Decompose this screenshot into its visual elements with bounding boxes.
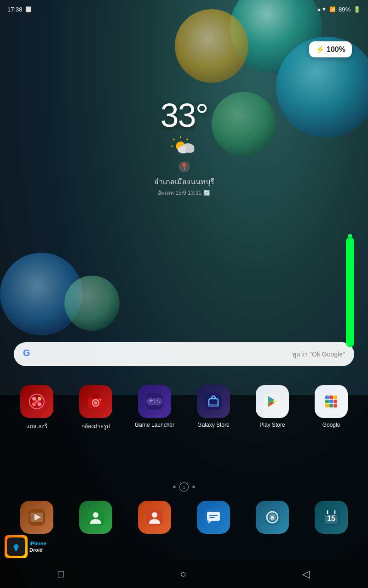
nav-bar: □ ○ ◁ — [0, 560, 368, 588]
svg-rect-37 — [329, 396, 333, 399]
app-galaxy-store[interactable]: Galaxy Store — [188, 385, 239, 428]
svg-point-9 — [185, 147, 194, 153]
time-display: 17:38 — [7, 6, 23, 13]
video-icon — [20, 501, 53, 534]
svg-rect-53 — [209, 515, 218, 516]
search-bar[interactable]: G พูดว่า "Ok Google" — [14, 342, 354, 366]
svg-text:15: 15 — [327, 514, 335, 522]
wifi-icon: 📶 — [329, 6, 336, 12]
svg-rect-24 — [150, 399, 151, 402]
google-logo: G — [23, 348, 36, 361]
app-calendar[interactable]: 15 — [306, 501, 356, 537]
google-app-label: Google — [322, 422, 340, 428]
svg-point-12 — [38, 397, 41, 401]
weather-location: อำเภอเมืองนนทบุรี — [154, 176, 214, 187]
svg-rect-38 — [334, 396, 337, 399]
app-google[interactable]: Google — [306, 385, 356, 428]
nav-home-button[interactable]: ○ — [166, 564, 200, 585]
app-people[interactable] — [129, 501, 180, 537]
location-icon: 📍 — [178, 161, 190, 172]
bubble-decoration — [64, 276, 120, 331]
page-dot-1 — [173, 486, 176, 488]
svg-text:a: a — [270, 514, 274, 521]
nav-recent-button[interactable]: □ — [44, 564, 78, 585]
messages-icon — [197, 501, 230, 534]
signal-icon: ▲▼ — [316, 6, 327, 12]
svg-point-18 — [94, 401, 98, 405]
svg-rect-43 — [329, 404, 333, 407]
svg-rect-54 — [209, 517, 215, 518]
svg-rect-36 — [325, 396, 329, 399]
svg-rect-44 — [334, 404, 337, 407]
play-store-label: Play Store — [259, 422, 285, 428]
svg-rect-39 — [325, 400, 329, 403]
game-launcher-icon — [138, 385, 171, 418]
gallery-icon — [20, 385, 53, 418]
people-icon — [138, 501, 171, 534]
battery-icon: 🔋 — [353, 6, 361, 13]
svg-point-14 — [38, 402, 41, 406]
play-store-icon — [256, 385, 289, 418]
app-contacts[interactable] — [70, 501, 121, 537]
search-hint-text: พูดว่า "Ok Google" — [41, 349, 345, 359]
status-right: ▲▼ 📶 89% 🔋 — [316, 6, 361, 13]
screenshot-icon: ⬜ — [25, 6, 32, 12]
svg-line-5 — [173, 139, 174, 140]
watermark: iPhone Droid — [5, 535, 46, 558]
bubble-decoration — [175, 9, 248, 83]
watermark-text: iPhone Droid — [29, 540, 46, 554]
game-launcher-label: Game Launcher — [135, 422, 174, 428]
app-messages[interactable] — [188, 501, 239, 537]
galaxy-store-label: Galaxy Store — [197, 422, 229, 428]
nav-back-button[interactable]: ◁ — [288, 564, 324, 585]
svg-line-6 — [186, 139, 188, 140]
svg-rect-29 — [208, 404, 219, 407]
weather-updated: อัพเดท 15/9 13:31 🔄 — [158, 188, 210, 197]
app-gallery[interactable]: แกลเลอรี — [12, 385, 62, 430]
svg-point-22 — [155, 398, 162, 405]
svg-point-25 — [157, 400, 158, 401]
svg-rect-41 — [334, 400, 337, 403]
svg-point-11 — [32, 397, 36, 401]
app-video[interactable] — [12, 501, 62, 537]
app-camera[interactable]: กล้องถ่ายรูป — [70, 385, 121, 430]
app-amazon[interactable]: a — [247, 501, 298, 537]
svg-point-26 — [159, 402, 160, 403]
app-play-store[interactable]: Play Store — [247, 385, 298, 428]
battery-tooltip: ⚡ 100% — [309, 41, 352, 57]
gallery-label: แกลเลอรี — [26, 422, 47, 430]
svg-point-51 — [152, 512, 157, 518]
svg-rect-40 — [329, 400, 333, 403]
battery-vertical-bar — [346, 234, 354, 354]
battery-fill — [347, 238, 353, 346]
status-left: 17:38 ⬜ — [7, 6, 32, 13]
bubble-decoration — [212, 92, 276, 156]
svg-point-15 — [35, 400, 39, 403]
page-indicator: ⌂ — [173, 482, 195, 492]
camera-icon — [79, 385, 112, 418]
temperature-display: 33° — [161, 96, 208, 134]
galaxy-store-icon — [197, 385, 230, 418]
battery-status: 89% — [339, 6, 351, 13]
calendar-icon: 15 — [315, 501, 348, 534]
page-dot-home: ⌂ — [179, 482, 189, 492]
app-game-launcher[interactable]: Game Launcher — [129, 385, 180, 428]
app-grid-row1: แกลเลอรี กล้องถ่ายรูป — [0, 385, 368, 430]
svg-point-19 — [99, 399, 101, 401]
svg-point-49 — [93, 512, 98, 518]
svg-point-13 — [32, 402, 36, 406]
battery-outer — [346, 237, 354, 347]
page-dot-3 — [192, 486, 195, 488]
contacts-icon — [79, 501, 112, 534]
camera-label: กล้องถ่ายรูป — [81, 422, 110, 430]
status-bar: 17:38 ⬜ ▲▼ 📶 89% 🔋 — [0, 0, 368, 18]
amazon-icon: a — [256, 501, 289, 534]
watermark-logo — [5, 535, 28, 558]
weather-condition-icon — [170, 136, 198, 158]
svg-rect-42 — [325, 404, 329, 407]
weather-widget: 33° 📍 อำเภอเมืองนนทบุรี อัพเดท 15/9 13:3… — [154, 96, 214, 197]
dock-row: a 15 — [0, 501, 368, 537]
google-app-icon — [315, 385, 348, 418]
